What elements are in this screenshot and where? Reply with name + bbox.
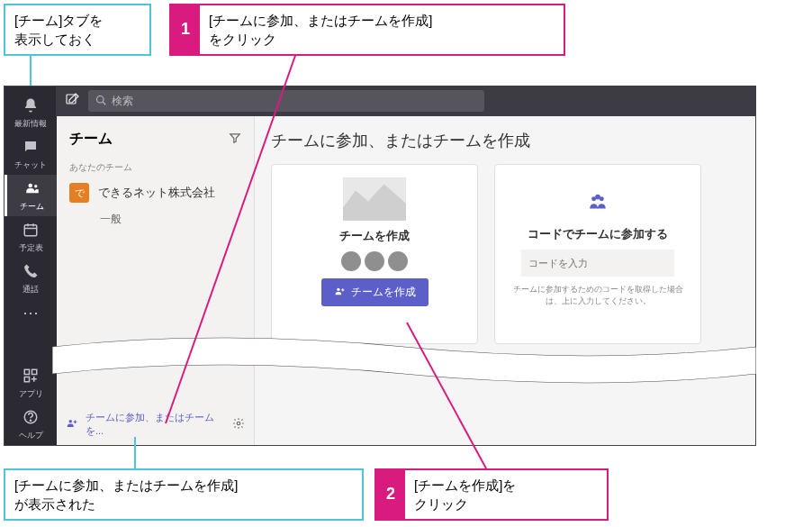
svg-point-20 [69,420,73,423]
truncation-wave [52,333,756,387]
svg-rect-14 [32,369,37,374]
rail-apps[interactable]: アプリ [5,362,57,404]
step-number: 2 [376,470,405,519]
filter-icon[interactable] [229,132,241,147]
join-create-link[interactable]: チームに参加、またはチームを... [66,411,245,438]
gear-icon[interactable] [232,417,245,432]
svg-rect-13 [24,369,29,374]
create-team-button[interactable]: チームを作成 [321,278,429,306]
nav-rail: 最新情報 チャット チーム 予定表 通話 ⋯ [5,86,57,445]
join-card-title: コードでチームに参加する [528,226,668,242]
people-add-icon [66,417,78,432]
join-hint: チームに参加するためのコードを取得した場合は、上に入力してください。 [508,284,688,306]
callout-step-1: 1 [チームに参加、またはチームを作成] をクリック [169,4,565,56]
create-card-title: チームを作成 [339,228,410,244]
svg-point-23 [237,422,240,425]
rail-calls[interactable]: 通話 [5,258,57,299]
step-number: 1 [171,5,200,54]
page-title: チームに参加、またはチームを作成 [255,117,755,164]
help-icon [5,409,57,428]
chat-icon [5,139,57,158]
rail-chat[interactable]: チャット [5,133,57,175]
rail-label: アプリ [19,389,43,398]
create-team-card: チームを作成 チームを作成 [271,164,478,344]
teams-sidebar: チーム あなたのチーム で できるネット株式会社 一般 チームに参加、またはチー… [57,86,255,445]
apps-icon [5,368,57,386]
bell-icon [5,97,57,116]
svg-point-5 [97,95,104,103]
top-bar: 検索 [56,86,756,116]
rail-label: ヘルプ [19,431,43,440]
code-input[interactable] [521,250,674,277]
callout-step-2: 2 [チームを作成]を クリック [374,468,609,521]
step-text: [チームに参加、またはチームを作成] をクリック [209,11,432,49]
sidebar-title: チーム [69,130,113,149]
rail-help[interactable]: ヘルプ [5,404,57,445]
rail-label: 通話 [23,285,39,294]
svg-point-7 [28,184,32,188]
search-placeholder: 検索 [112,94,133,109]
image-placeholder-icon [343,177,406,221]
svg-point-24 [337,287,339,290]
teams-icon [7,180,57,199]
step-text: [チームを作成]を クリック [414,476,516,513]
rail-label: 最新情報 [14,119,47,128]
your-teams-label: あなたのチーム [57,158,254,177]
rail-label: チャット [14,160,47,169]
callout-post: [チームに参加、またはチームを作成] が表示された [4,468,364,521]
join-team-card: コードでチームに参加する チームに参加するためのコードを取得した場合は、上に入力… [494,164,701,344]
rail-label: 予定表 [19,243,43,252]
channel-general[interactable]: 一般 [57,208,254,231]
search-icon [95,95,106,108]
phone-icon [5,263,57,282]
compose-icon[interactable] [65,93,79,110]
team-name: できるネット株式会社 [98,185,215,201]
svg-rect-9 [24,225,37,236]
svg-line-6 [103,102,105,104]
svg-rect-15 [24,377,29,382]
app-window: 最新情報 チャット チーム 予定表 通話 ⋯ [4,86,756,446]
team-avatar: で [69,183,89,203]
svg-point-8 [34,185,37,187]
people-add-icon [334,286,346,300]
rail-label: チーム [20,202,44,211]
calendar-icon [5,222,57,241]
create-button-label: チームを作成 [351,285,416,300]
join-link-text: チームに参加、またはチームを... [86,411,225,438]
main-content: チームに参加、またはチームを作成 チームを作成 チームを作成 [255,86,755,445]
people-icon [586,190,609,219]
rail-teams[interactable]: チーム [5,175,57,216]
callout-pre: [チーム]タブを 表示しておく [4,4,151,56]
search-input[interactable]: 検索 [88,90,484,112]
svg-point-29 [595,195,600,200]
svg-point-19 [30,420,31,421]
rail-calendar[interactable]: 予定表 [5,216,57,258]
member-dots [341,251,408,271]
dots-icon: ⋯ [5,304,57,321]
rail-activity[interactable]: 最新情報 [5,92,57,133]
team-row[interactable]: で できるネット株式会社 [57,177,254,208]
rail-more[interactable]: ⋯ [5,299,57,326]
